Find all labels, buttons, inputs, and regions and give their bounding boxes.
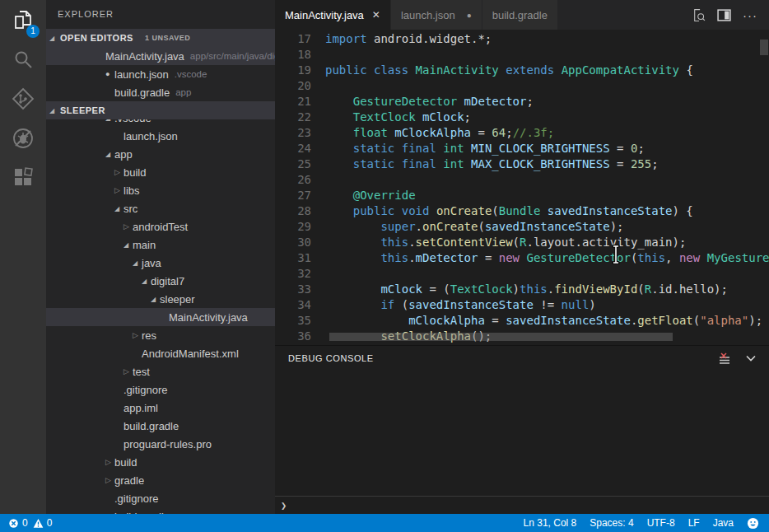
sidebar-title: EXPLORER — [46, 0, 275, 29]
line-number[interactable]: 22 — [275, 110, 311, 125]
horizontal-scrollbar[interactable] — [329, 333, 673, 341]
tree-item-src[interactable]: ◢src — [46, 199, 275, 217]
tree-item-gradle[interactable]: ▷gradle — [46, 471, 275, 489]
feedback-smiley-icon[interactable] — [747, 517, 759, 530]
line-number[interactable]: 18 — [275, 47, 311, 63]
tree-item-java[interactable]: ◢java — [46, 254, 275, 272]
problems-warnings[interactable]: 0 — [33, 517, 53, 529]
open-editor-item[interactable]: build.gradleapp — [46, 83, 275, 101]
line-number[interactable]: 17 — [275, 31, 311, 47]
line-number[interactable]: 20 — [275, 78, 311, 94]
line-text: this.mDetector = new GestureDetector(thi… — [325, 250, 769, 266]
tab-launch-json[interactable]: launch.json● — [391, 0, 482, 30]
tree-item-label: .vscode — [114, 119, 151, 124]
line-number[interactable]: 33 — [275, 282, 311, 297]
line-text: import android.widget.*; — [325, 31, 492, 47]
line-number[interactable]: 19 — [275, 63, 311, 78]
line-number[interactable]: 36 — [275, 329, 311, 344]
open-preview-icon[interactable] — [692, 8, 706, 22]
chevron-down-icon[interactable] — [744, 352, 757, 365]
line-number[interactable]: 21 — [275, 94, 311, 110]
editor-group: MainActivity.java✕launch.json●build.grad… — [275, 0, 769, 514]
code-line-34: 34 if (savedInstanceState != null) — [275, 297, 769, 313]
tree-item-build-gradle[interactable]: build.gradle — [46, 507, 275, 514]
tab-build-gradle[interactable]: build.gradle — [482, 0, 558, 30]
debug-activity-icon[interactable] — [0, 119, 46, 158]
line-text: this.setContentView(R.layout.activity_ma… — [325, 235, 686, 250]
explorer-sidebar: EXPLORER ◢ OPEN EDITORS 1 UNSAVED MainAc… — [46, 0, 275, 514]
line-text: public class MainActivity extends AppCom… — [325, 63, 693, 78]
tree-item-main[interactable]: ◢main — [46, 236, 275, 254]
problems-errors[interactable]: 0 — [8, 517, 28, 529]
line-number[interactable]: 29 — [275, 219, 311, 235]
line-number[interactable]: 34 — [275, 297, 311, 313]
tree-item-digital7[interactable]: ◢digital7 — [46, 272, 275, 290]
tree-item-res[interactable]: ▷res — [46, 326, 275, 344]
close-icon[interactable]: ✕ — [372, 9, 380, 21]
line-number[interactable]: 24 — [275, 141, 311, 156]
tree-item-proguard-rules-pro[interactable]: proguard-rules.pro — [46, 435, 275, 453]
panel-title[interactable]: DEBUG CONSOLE — [288, 353, 374, 363]
line-text: public void onCreate(Bundle savedInstanc… — [325, 203, 693, 219]
source-control-activity-icon[interactable] — [0, 79, 46, 119]
open-editors-list: MainActivity.javaapp/src/main/java/digit… — [46, 47, 275, 101]
status-eol[interactable]: LF — [688, 517, 700, 529]
tree-item-build[interactable]: ▷build — [46, 453, 275, 471]
tree-item--vscode[interactable]: ◢.vscode — [46, 119, 275, 127]
explorer-activity-icon[interactable]: 1 — [0, 0, 46, 40]
root-folder-header[interactable]: ◢ SLEEPER — [46, 101, 275, 119]
status-encoding[interactable]: UTF-8 — [647, 517, 675, 529]
tree-item--gitignore[interactable]: .gitignore — [46, 380, 275, 399]
line-number[interactable]: 28 — [275, 203, 311, 219]
line-text: TextClock mClock; — [325, 110, 471, 125]
open-editor-item[interactable]: MainActivity.javaapp/src/main/java/digit… — [46, 47, 275, 65]
line-number[interactable]: 31 — [275, 250, 311, 266]
tree-item-app[interactable]: ◢app — [46, 145, 275, 163]
console-input[interactable]: ❯ — [275, 496, 769, 514]
twistie-expanded-icon: ◢ — [105, 151, 114, 158]
tree-item-libs[interactable]: ▷libs — [46, 181, 275, 199]
open-editor-detail: app/src/main/java/digit... — [190, 51, 275, 61]
vertical-scrollbar[interactable] — [760, 40, 768, 55]
split-editor-icon[interactable] — [717, 8, 731, 22]
tab-mainactivity-java[interactable]: MainActivity.java✕ — [275, 0, 391, 30]
line-number[interactable]: 35 — [275, 313, 311, 329]
tree-item-build[interactable]: ▷build — [46, 163, 275, 181]
extensions-activity-icon[interactable] — [0, 158, 46, 198]
code-line-32: 32 — [275, 266, 769, 282]
line-number[interactable]: 26 — [275, 172, 311, 188]
line-number[interactable]: 32 — [275, 266, 311, 282]
tree-item-test[interactable]: ▷test — [46, 362, 275, 380]
tree-item-mainactivity-java[interactable]: MainActivity.java — [46, 308, 275, 326]
open-editor-item[interactable]: ●launch.json.vscode — [46, 65, 275, 83]
line-number[interactable]: 27 — [275, 188, 311, 203]
tree-item-build-gradle[interactable]: build.gradle — [46, 417, 275, 435]
line-text: static final int MIN_CLOCK_BRIGHTNESS = … — [325, 141, 645, 156]
tree-item-sleeper[interactable]: ◢sleeper — [46, 290, 275, 308]
open-editor-name: launch.json — [114, 68, 169, 81]
line-text: if (savedInstanceState != null) — [325, 297, 596, 313]
twistie-expanded-icon: ◢ — [151, 296, 160, 303]
status-indentation[interactable]: Spaces: 4 — [590, 517, 633, 529]
tree-item--gitignore[interactable]: .gitignore — [46, 489, 275, 507]
code-editor[interactable]: 17import android.widget.*;1819public cla… — [275, 30, 769, 345]
status-cursor-position[interactable]: Ln 31, Col 8 — [524, 517, 577, 529]
line-number[interactable]: 30 — [275, 235, 311, 250]
tree-item-label: main — [133, 239, 156, 251]
search-activity-icon[interactable] — [0, 40, 46, 79]
tree-item-launch-json[interactable]: launch.json — [46, 127, 275, 145]
unsaved-count-badge: 1 UNSAVED — [145, 34, 190, 42]
clear-console-icon[interactable] — [718, 352, 731, 365]
error-icon — [8, 518, 19, 529]
line-number[interactable]: 23 — [275, 125, 311, 141]
status-language-mode[interactable]: Java — [713, 517, 734, 529]
more-actions-icon[interactable]: ··· — [743, 8, 757, 22]
tree-item-androidmanifest-xml[interactable]: AndroidManifest.xml — [46, 344, 275, 362]
dirty-dot-icon[interactable]: ● — [467, 11, 472, 20]
tree-item-androidtest[interactable]: ▷androidTest — [46, 217, 275, 236]
text-cursor-pointer — [610, 245, 622, 268]
tree-item-app-iml[interactable]: app.iml — [46, 399, 275, 417]
line-number[interactable]: 25 — [275, 156, 311, 172]
twistie-collapsed-icon: ▷ — [105, 458, 114, 466]
open-editors-header[interactable]: ◢ OPEN EDITORS 1 UNSAVED — [46, 29, 275, 47]
